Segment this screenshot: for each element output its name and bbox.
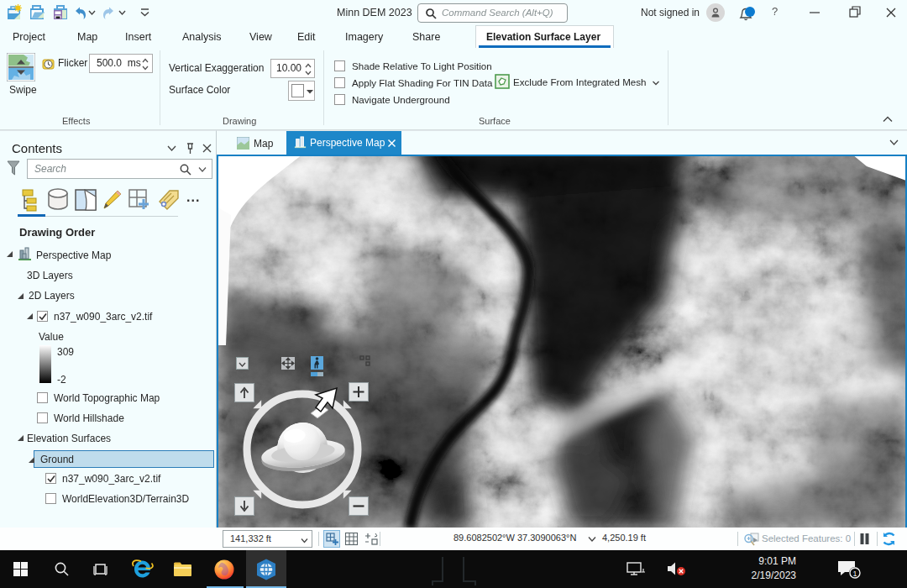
- svg-text:1: 1: [852, 570, 857, 578]
